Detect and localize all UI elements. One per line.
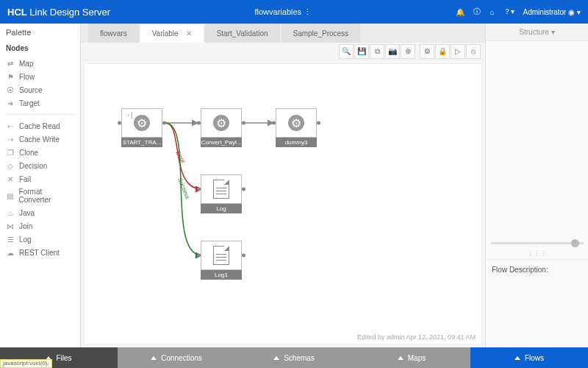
cache-read-icon: ⇠: [6, 121, 15, 130]
top-bar: HCL Link Design Server flowvariables ⋮ 🔔…: [0, 0, 588, 24]
java-icon: ♨: [6, 208, 15, 217]
chevron-up-icon: [273, 356, 279, 360]
zoom-slider[interactable]: [486, 238, 588, 249]
tab-start-validation[interactable]: Start_Validation: [205, 24, 280, 43]
format-icon: ▤: [6, 191, 15, 200]
palette-item-source[interactable]: ⦿Source: [6, 83, 74, 96]
status-bar: javascript:void(0);: [0, 359, 52, 368]
bottom-tab-schemas[interactable]: Schemas: [235, 347, 353, 368]
edge-label-success: Success: [176, 177, 191, 199]
palette-item-format-converter[interactable]: ▤Format Converter: [6, 185, 74, 206]
gear-icon: [213, 115, 229, 131]
close-icon[interactable]: ✕: [186, 29, 192, 38]
flow-canvas[interactable]: Error Success →| START_TRA... Convert_Pa…: [84, 63, 482, 344]
node-log[interactable]: Log: [201, 174, 242, 213]
edit-info: Edited by admin Apr 12, 2021, 09:41 AM: [357, 333, 476, 341]
palette-item-join[interactable]: ⋈Join: [6, 219, 74, 233]
source-icon: ⦿: [6, 85, 15, 94]
chevron-up-icon: [398, 356, 404, 360]
palette-item-cache-read[interactable]: ⇠Cache Read: [6, 119, 74, 132]
document-icon: [213, 246, 229, 265]
bottom-tab-connections[interactable]: Connections: [118, 347, 235, 368]
edges-layer: Error Success: [85, 64, 481, 344]
gear-icon: [134, 115, 150, 131]
map-icon: ⇄: [6, 59, 15, 68]
flow-description: Flow Description:: [486, 259, 588, 347]
lock-button[interactable]: 🔒: [435, 44, 450, 59]
palette: Palette Nodes ⇄Map ⚑Flow ⦿Source ➜Target…: [0, 24, 81, 347]
run-button[interactable]: ▷: [451, 44, 465, 59]
palette-item-java[interactable]: ♨Java: [6, 206, 74, 219]
palette-item-map[interactable]: ⇄Map: [6, 57, 74, 70]
bottom-tab-flows[interactable]: Flows: [470, 347, 588, 368]
copy-button[interactable]: ⧉: [370, 44, 384, 59]
palette-section: Nodes: [6, 44, 74, 52]
rest-icon: ☁: [6, 248, 15, 257]
tab-variable[interactable]: Variable✕: [140, 24, 204, 43]
flow-icon: ⚑: [6, 72, 15, 81]
help-icon[interactable]: ？▾: [503, 7, 514, 17]
clone-icon: ❐: [6, 148, 15, 157]
drag-handle-icon[interactable]: ⋮⋮⋮: [486, 249, 588, 259]
node-convert-payl[interactable]: Convert_Payl...: [201, 108, 242, 147]
canvas-toolbar: 🔍 💾 ⧉ 📷 ⊕ ⚙ 🔒 ▷ ⦸: [81, 43, 485, 60]
palette-item-target[interactable]: ➜Target: [6, 96, 74, 110]
search-button[interactable]: 🔍: [339, 44, 354, 59]
node-start-tra[interactable]: →| START_TRA...: [121, 108, 162, 147]
palette-item-rest-client[interactable]: ☁REST Client: [6, 246, 74, 259]
bell-icon[interactable]: 🔔: [456, 8, 465, 16]
bottom-tab-maps[interactable]: Maps: [353, 347, 470, 368]
edge-label-error: Error: [174, 150, 187, 165]
target-icon: ➜: [6, 99, 15, 107]
cache-write-icon: ⇢: [6, 135, 15, 144]
right-panel: Structure ▾ ⋮⋮⋮ Flow Description:: [485, 24, 588, 347]
user-menu[interactable]: Administrator ◉ ▾: [523, 8, 581, 16]
brand: HCL Link Design Server: [7, 7, 110, 18]
palette-item-log[interactable]: ☰Log: [6, 233, 74, 246]
structure-panel-head[interactable]: Structure ▾: [486, 24, 588, 41]
join-icon: ⋈: [6, 222, 15, 230]
tab-sample-process[interactable]: Sample_Process: [282, 24, 361, 43]
log-icon: ☰: [6, 235, 15, 244]
palette-title: Palette: [6, 28, 74, 37]
settings-button[interactable]: ⚙: [420, 44, 434, 59]
globe-button[interactable]: ⊕: [401, 44, 415, 59]
topbar-actions: 🔔 ⓘ ⌂ ？▾ Administrator ◉ ▾: [456, 7, 581, 17]
document-icon: [213, 180, 229, 199]
palette-item-flow[interactable]: ⚑Flow: [6, 70, 74, 83]
bottom-tabs: Files Connections Schemas Maps Flows: [0, 347, 588, 368]
stop-button[interactable]: ⦸: [466, 44, 481, 59]
fail-icon: ✕: [6, 174, 15, 183]
gear-icon: [288, 115, 304, 131]
editor-tabs: flowvars Variable✕ Start_Validation Samp…: [81, 24, 485, 43]
node-log1[interactable]: Log1: [201, 241, 242, 280]
save-button[interactable]: 💾: [354, 44, 369, 59]
chevron-up-icon: [514, 356, 520, 360]
node-dummy3[interactable]: dummy3: [276, 108, 317, 147]
info-icon[interactable]: ⓘ: [473, 7, 481, 17]
breadcrumb[interactable]: flowvariables ⋮: [110, 7, 456, 17]
tab-flowvars[interactable]: flowvars: [88, 24, 139, 43]
chevron-up-icon: [151, 356, 157, 360]
home-icon[interactable]: ⌂: [490, 8, 494, 16]
palette-item-cache-write[interactable]: ⇢Cache Write: [6, 132, 74, 146]
decision-icon: ◇: [6, 161, 15, 170]
palette-item-decision[interactable]: ◇Decision: [6, 159, 74, 172]
palette-item-clone[interactable]: ❐Clone: [6, 146, 74, 159]
center-pane: flowvars Variable✕ Start_Validation Samp…: [81, 24, 485, 347]
snapshot-button[interactable]: 📷: [385, 44, 400, 59]
palette-item-fail[interactable]: ✕Fail: [6, 172, 74, 185]
